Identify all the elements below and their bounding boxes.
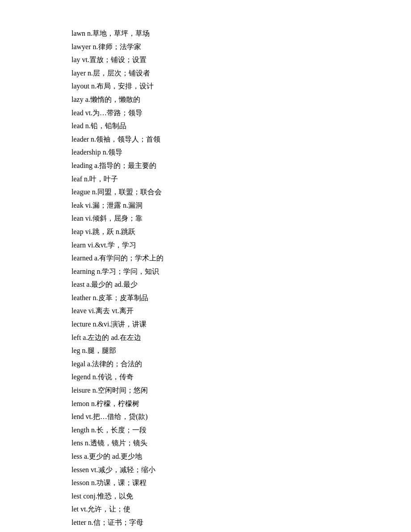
list-item: leather n.皮革；皮革制品 xyxy=(71,291,340,305)
list-item: lean vi.倾斜，屈身；靠 xyxy=(71,212,340,225)
list-item: legend n.传说，传奇 xyxy=(71,370,340,384)
list-item: let vt.允许，让；使 xyxy=(71,503,340,516)
list-item: level n.水平面 a.水平的 xyxy=(71,529,340,532)
list-item: leak vi.漏；泄露 n.漏洞 xyxy=(71,199,340,212)
list-item: letter n.信；证书；字母 xyxy=(71,516,340,529)
list-item: left a.左边的 ad.在左边 xyxy=(71,331,340,344)
list-item: lead vt.为…带路；领导 xyxy=(71,106,340,120)
list-item: least a.最少的 ad.最少 xyxy=(71,278,340,291)
list-item: layout n.布局，安排，设计 xyxy=(71,80,340,93)
list-item: leisure n.空闲时间；悠闲 xyxy=(71,384,340,397)
list-item: lecture n.&vi.演讲，讲课 xyxy=(71,318,340,331)
list-item: leap vi.跳，跃 n.跳跃 xyxy=(71,225,340,239)
list-item: lay vt.置放；铺设；设置 xyxy=(71,53,340,67)
list-item: lead n.铅，铅制品 xyxy=(71,119,340,133)
list-item: layer n.层，层次；铺设者 xyxy=(71,67,340,80)
list-item: lawyer n.律师；法学家 xyxy=(71,40,340,54)
list-item: lend vt.把…借给，贷(款) xyxy=(71,410,340,423)
list-item: lens n.透镜，镜片；镜头 xyxy=(71,436,340,450)
list-item: learning n.学习；学问，知识 xyxy=(71,265,340,278)
list-item: leg n.腿，腿部 xyxy=(71,344,340,357)
list-item: league n.同盟，联盟；联合会 xyxy=(71,185,340,199)
list-item: learn vi.&vt.学，学习 xyxy=(71,239,340,252)
list-item: lessen vt.减少，减轻；缩小 xyxy=(71,463,340,477)
list-item: less a.更少的 ad.更少地 xyxy=(71,450,340,463)
list-item: lazy a.懒惰的，懒散的 xyxy=(71,93,340,106)
list-item: learned a.有学问的；学术上的 xyxy=(71,251,340,265)
list-item: leading a.指导的；最主要的 xyxy=(71,159,340,172)
list-item: leader n.领袖，领导人；首领 xyxy=(71,133,340,146)
list-item: leaf n.叶，叶子 xyxy=(71,172,340,186)
list-item: lesson n.功课，课；课程 xyxy=(71,476,340,490)
list-item: lawn n.草地，草坪，草场 xyxy=(71,27,340,40)
list-item: length n.长，长度；一段 xyxy=(71,423,340,437)
list-item: leave vi.离去 vt.离开 xyxy=(71,304,340,318)
main-content: lawn n.草地，草坪，草场lawyer n.律师；法学家lay vt.置放；… xyxy=(0,0,411,532)
list-item: lemon n.柠檬，柠檬树 xyxy=(71,397,340,411)
entries-list: lawn n.草地，草坪，草场lawyer n.律师；法学家lay vt.置放；… xyxy=(71,27,340,532)
list-item: legal a.法律的；合法的 xyxy=(71,357,340,371)
list-item: lest conj.惟恐，以免 xyxy=(71,490,340,503)
list-item: leadership n.领导 xyxy=(71,146,340,159)
